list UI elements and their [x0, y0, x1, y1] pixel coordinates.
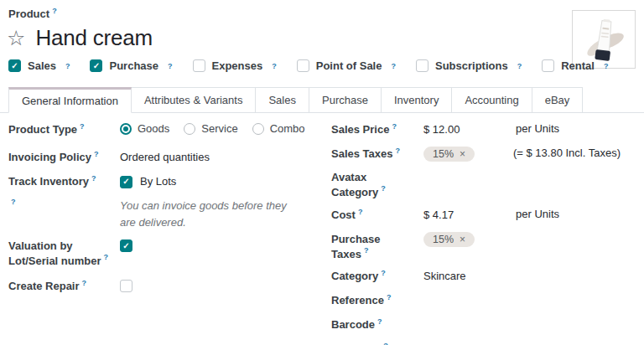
checkmark-icon: ✓	[122, 242, 129, 250]
field-label: Valuation by Lot/Serial number?	[8, 239, 120, 268]
checkbox-unchecked-icon[interactable]: ✓	[193, 59, 205, 72]
field-purchase-taxes: Purchase Taxes? 15%×	[331, 232, 636, 261]
tab-purchase[interactable]: Purchase	[309, 87, 382, 112]
help-icon[interactable]: ?	[80, 122, 85, 131]
field-product-type: Product Type? Goods Service Combo	[8, 122, 320, 138]
label-text: Purchase Taxes	[331, 233, 381, 260]
tax-included-note: (= $ 13.80 Incl. Taxes)	[513, 147, 621, 159]
radio-goods[interactable]: Goods	[120, 122, 169, 135]
remove-tag-icon[interactable]: ×	[460, 149, 465, 159]
toggle-subscriptions[interactable]: ✓ Subscriptions?	[416, 59, 522, 72]
field-company: Company? Visible to all	[331, 342, 636, 345]
help-icon[interactable]: ?	[52, 7, 57, 15]
radio-unselected-icon[interactable]	[184, 123, 195, 135]
favorite-star-icon[interactable]: ☆	[7, 28, 25, 49]
field-barcode: Barcode?	[331, 317, 636, 333]
cost-uom: per Units	[516, 208, 559, 220]
field-label: Purchase Taxes?	[331, 232, 423, 261]
radio-selected-icon[interactable]	[120, 123, 132, 135]
toggle-label: Point of Sale	[316, 59, 382, 72]
field-label: Invoicing Policy?	[8, 150, 120, 165]
help-icon[interactable]: ?	[364, 246, 369, 255]
checkbox-unchecked-icon[interactable]: ✓	[416, 59, 428, 72]
help-icon[interactable]: ?	[358, 208, 363, 216]
toggle-sales[interactable]: ✓ Sales?	[8, 59, 70, 72]
checkbox-unchecked-icon[interactable]: ✓	[120, 280, 132, 292]
remove-tag-icon[interactable]: ×	[460, 234, 465, 245]
toggle-label: Purchase	[109, 59, 158, 72]
field-track-inventory: Track Inventory? ✓ By Lots	[8, 174, 320, 190]
record-type-text: Product	[8, 8, 49, 20]
help-icon[interactable]: ?	[11, 198, 16, 206]
radio-service[interactable]: Service	[184, 122, 237, 135]
field-label: Product Type?	[8, 122, 120, 137]
title-row: ☆ Hand cream	[7, 25, 153, 51]
purchase-tax-tag[interactable]: 15%×	[423, 232, 475, 247]
cost-input[interactable]: $ 4.17	[423, 208, 516, 223]
toggle-label: Subscriptions	[435, 59, 508, 72]
tab-attributes-variants[interactable]: Attributes & Variants	[131, 87, 257, 112]
field-sales-taxes: Sales Taxes? 15%× (= $ 13.80 Incl. Taxes…	[331, 147, 636, 162]
help-icon[interactable]: ?	[377, 317, 382, 326]
invoicing-help-text: You can invoice goods before they are de…	[120, 198, 300, 230]
help-icon[interactable]: ?	[383, 342, 388, 345]
form-left-column: Product Type? Goods Service Combo Invoic…	[8, 122, 320, 295]
checkbox-checked-icon[interactable]: ✓	[90, 59, 102, 72]
field-label: Company?	[331, 342, 423, 345]
checkmark-icon: ✓	[122, 178, 129, 186]
toggle-expenses[interactable]: ✓ Expenses?	[193, 59, 277, 72]
tab-sales[interactable]: Sales	[255, 87, 309, 112]
sales-price-input[interactable]: $ 12.00	[423, 122, 516, 137]
checkbox-checked-icon[interactable]: ✓	[120, 239, 132, 252]
help-icon[interactable]: ?	[395, 147, 400, 155]
checkbox-unchecked-icon[interactable]: ✓	[297, 59, 309, 72]
tab-general-information[interactable]: General Information	[8, 87, 132, 113]
toggle-label: Expenses	[212, 59, 263, 72]
invoicing-policy-select[interactable]: Ordered quantities	[120, 150, 210, 165]
label-text: Category	[331, 270, 378, 282]
help-icon[interactable]: ?	[392, 122, 397, 131]
tab-ebay[interactable]: eBay	[532, 87, 584, 112]
radio-unselected-icon[interactable]	[252, 123, 264, 135]
field-invoicing-note: ? You can invoice goods before they are …	[8, 198, 320, 230]
field-cost: Cost? $ 4.17 per Units	[331, 208, 636, 224]
company-input[interactable]: Visible to all	[423, 342, 481, 345]
toggle-rental[interactable]: ✓ Rental?	[542, 59, 608, 72]
toggle-point-of-sale[interactable]: ✓ Point of Sale?	[297, 59, 396, 72]
field-create-repair: Create Repair? ✓	[8, 279, 320, 295]
product-form-page: Product? ☆ Hand cream ✓ Sales? ✓ Purc	[0, 0, 644, 345]
checkbox-checked-icon[interactable]: ✓	[8, 59, 21, 72]
help-icon[interactable]: ?	[82, 279, 87, 287]
radio-label: Goods	[138, 122, 169, 135]
checkbox-checked-icon[interactable]: ✓	[120, 176, 132, 188]
help-icon[interactable]: ?	[91, 174, 96, 183]
field-avatax-category: Avatax Category?	[331, 170, 636, 199]
radio-combo[interactable]: Combo	[252, 122, 305, 135]
help-icon[interactable]: ?	[94, 150, 99, 158]
product-title-input[interactable]: Hand cream	[35, 25, 153, 51]
track-inventory-mode[interactable]: By Lots	[140, 174, 176, 189]
checkmark-icon: ✓	[93, 62, 100, 70]
field-valuation: Valuation by Lot/Serial number? ✓	[8, 239, 320, 268]
form-right-column: Sales Price? $ 12.00 per Units Sales Tax…	[331, 122, 636, 345]
tab-inventory[interactable]: Inventory	[381, 87, 452, 112]
help-icon[interactable]: ?	[381, 184, 386, 193]
field-label: Sales Taxes?	[331, 147, 423, 162]
category-input[interactable]: Skincare	[423, 269, 466, 284]
sales-price-uom: per Units	[516, 122, 559, 135]
tab-accounting[interactable]: Accounting	[451, 87, 532, 112]
field-category: Category? Skincare	[331, 269, 636, 285]
toggle-purchase[interactable]: ✓ Purchase?	[90, 59, 172, 72]
field-label: Sales Price?	[331, 122, 423, 137]
radio-label: Combo	[270, 122, 305, 135]
field-label: Reference?	[331, 293, 423, 308]
field-reference: Reference?	[331, 293, 636, 309]
toggle-label: Sales	[28, 59, 56, 72]
label-text: Cost	[331, 209, 356, 221]
help-icon[interactable]: ?	[387, 293, 392, 301]
notebook-tabs: General Information Attributes & Variant…	[0, 87, 644, 113]
help-icon[interactable]: ?	[381, 269, 386, 277]
checkbox-unchecked-icon[interactable]: ✓	[542, 59, 554, 72]
sales-tax-tag[interactable]: 15%×	[423, 147, 475, 162]
help-icon[interactable]: ?	[104, 253, 109, 261]
